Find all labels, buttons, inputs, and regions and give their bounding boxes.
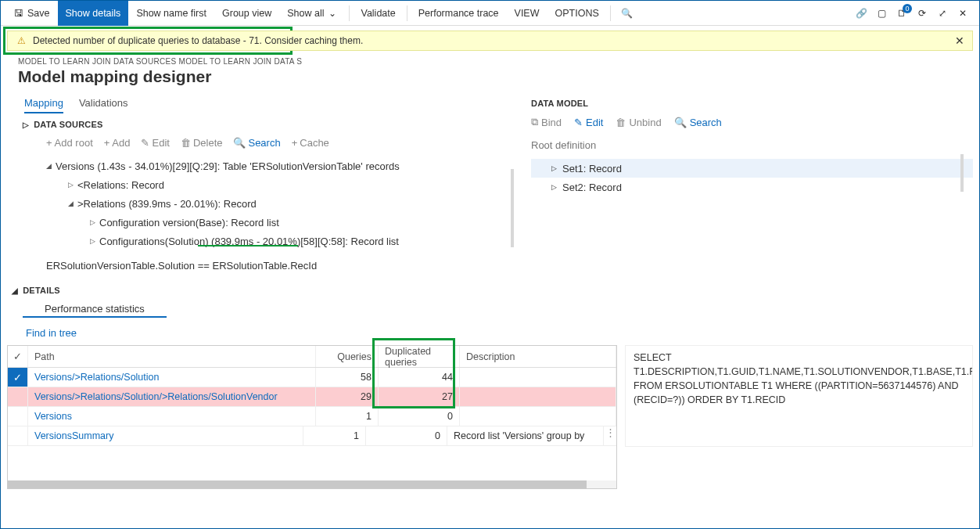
separator: [610, 5, 611, 21]
warning-icon: ⚠: [16, 35, 27, 46]
caret-right-icon: ▷: [90, 218, 99, 226]
show-name-first-button[interactable]: Show name first: [128, 1, 214, 26]
expression-text: ERSolutionVersionTable.Solution == ERSol…: [12, 255, 515, 279]
find-in-tree[interactable]: Find in tree: [1, 318, 979, 345]
show-details-button[interactable]: Show details: [58, 1, 129, 26]
table-row[interactable]: Versions/>Relations/Solution/>Relations/…: [8, 387, 616, 407]
separator: [407, 5, 407, 21]
row-checkbox[interactable]: ✓: [8, 368, 28, 387]
root-definition-label: Root definition: [523, 131, 973, 154]
alert-text: Detected number of duplicate queries to …: [33, 35, 363, 46]
unbind-button[interactable]: 🗑Unbind: [616, 116, 661, 128]
cell-desc: [460, 368, 616, 387]
lbl: Delete: [193, 137, 223, 149]
search-button[interactable]: 🔍: [614, 1, 641, 26]
tree-node-config-version[interactable]: ▷Configuration version(Base): Record lis…: [35, 213, 515, 232]
row-checkbox[interactable]: [8, 387, 28, 406]
tab-validations[interactable]: Validations: [79, 94, 128, 113]
notification-button[interactable]: 🗋0: [896, 7, 907, 19]
sql-preview: SELECT T1.DESCRIPTION,T1.GUID,T1.NAME,T1…: [625, 345, 973, 447]
edit-button[interactable]: ✎Edit: [141, 137, 169, 149]
cell-dup: 27: [379, 387, 460, 406]
cache-button[interactable]: +Cache: [292, 137, 329, 149]
cell-path: Versions: [28, 407, 316, 426]
data-sources-header[interactable]: ▷DATA SOURCES: [12, 113, 515, 132]
lbl: Search: [690, 117, 722, 128]
scrollbar[interactable]: [511, 169, 514, 247]
performance-statistics-tab[interactable]: Performance statistics: [23, 298, 167, 318]
pencil-icon: ✎: [141, 137, 149, 149]
tree-node-versions[interactable]: ◢Versions (1.43s - 34.01%)[29][Q:29]: Ta…: [35, 157, 515, 175]
col-dup-queries[interactable]: Duplicated queries: [379, 346, 460, 367]
details-header[interactable]: ◢DETAILS: [1, 279, 979, 298]
cell-dup: 44: [379, 368, 460, 387]
page-title: Model mapping designer: [1, 67, 979, 92]
expand-icon[interactable]: ⤢: [937, 8, 948, 19]
dm-search-button[interactable]: 🔍Search: [674, 116, 722, 128]
link-icon[interactable]: 🔗: [856, 8, 867, 19]
office-icon[interactable]: ▢: [876, 8, 887, 19]
ds-toolbar: +Add root +Add ✎Edit 🗑Delete 🔍Search +Ca…: [12, 132, 515, 153]
stats-grid: ✓ Path Queries Duplicated queries Descri…: [7, 345, 617, 489]
view-button[interactable]: VIEW: [507, 1, 547, 26]
highlight-underline: [198, 245, 298, 247]
add-button[interactable]: +Add: [104, 137, 131, 149]
more-icon[interactable]: ⋮: [604, 426, 616, 445]
trash-icon: 🗑: [616, 117, 626, 128]
delete-button[interactable]: 🗑Delete: [181, 137, 223, 149]
data-model-header: DATA MODEL: [523, 92, 973, 113]
bind-button[interactable]: ⧉Bind: [531, 116, 562, 128]
table-row[interactable]: ✓ Versions/>Relations/Solution 58 44: [8, 368, 616, 387]
options-button[interactable]: OPTIONS: [547, 1, 607, 26]
dm-set2[interactable]: ▷Set2: Record: [531, 178, 973, 196]
validate-button[interactable]: Validate: [353, 1, 403, 26]
row-checkbox[interactable]: [8, 426, 28, 445]
save-button[interactable]: 🖫Save: [5, 1, 58, 26]
dm-edit-button[interactable]: ✎Edit: [574, 116, 603, 128]
performance-trace-button[interactable]: Performance trace: [411, 1, 507, 26]
scroll-thumb[interactable]: [8, 480, 587, 488]
link-icon: ⧉: [531, 116, 538, 128]
horizontal-scrollbar[interactable]: [8, 480, 616, 488]
table-row[interactable]: VersionsSummary 1 0 Record list 'Version…: [8, 426, 616, 446]
cell-dup: 0: [379, 407, 460, 426]
dm-toolbar: ⧉Bind ✎Edit 🗑Unbind 🔍Search: [523, 113, 973, 131]
tree-node-config-solution[interactable]: ▷Configurations(Solution) (839.9ms - 20.…: [35, 232, 515, 250]
dm-set1[interactable]: ▷Set1: Record: [531, 159, 973, 178]
breadcrumb: MODEL TO LEARN JOIN DATA SOURCES MODEL T…: [1, 51, 979, 67]
lbl: Edit: [586, 117, 603, 128]
caret-right-icon: ▷: [68, 181, 77, 189]
col-path[interactable]: Path: [28, 346, 316, 367]
table-row[interactable]: Versions 1 0: [8, 407, 616, 426]
tree-node-relations-open[interactable]: ◢>Relations (839.9ms - 20.01%): Record: [35, 194, 515, 213]
separator: [349, 5, 350, 21]
save-label: Save: [27, 8, 50, 19]
refresh-icon[interactable]: ⟳: [917, 8, 928, 19]
show-all-button[interactable]: Show all⌄: [279, 1, 346, 26]
cell-desc: Record list 'Versions' group by: [447, 426, 604, 445]
find-in-tree-link[interactable]: Find in tree: [26, 327, 77, 339]
col-queries[interactable]: Queries: [316, 346, 379, 367]
ds-search-button[interactable]: 🔍Search: [233, 137, 280, 149]
caret-right-icon: ▷: [551, 164, 562, 172]
cell-desc: [460, 407, 616, 426]
lbl: >Relations (839.9ms - 20.01%): Record: [77, 198, 257, 210]
close-icon[interactable]: ✕: [957, 8, 968, 19]
add-root-button[interactable]: +Add root: [46, 137, 93, 149]
row-checkbox[interactable]: [8, 407, 28, 426]
tree-node-relations-record[interactable]: ▷<Relations: Record: [35, 175, 515, 194]
scrollbar[interactable]: [960, 154, 964, 192]
select-all-checkbox[interactable]: ✓: [8, 346, 28, 367]
caret-icon: ▷: [23, 121, 29, 129]
search-icon: 🔍: [233, 137, 246, 149]
alert-close-button[interactable]: ✕: [955, 34, 964, 47]
tab-mapping[interactable]: Mapping: [24, 94, 63, 113]
cell-queries: 1: [316, 407, 379, 426]
plus-icon: +: [104, 137, 110, 149]
plus-icon: +: [46, 137, 52, 149]
lbl: DETAILS: [23, 286, 60, 295]
lbl: Configuration version(Base): Record list: [99, 217, 279, 229]
group-view-button[interactable]: Group view: [214, 1, 279, 26]
col-description[interactable]: Description: [460, 346, 616, 367]
caret-right-icon: ▷: [551, 183, 562, 191]
